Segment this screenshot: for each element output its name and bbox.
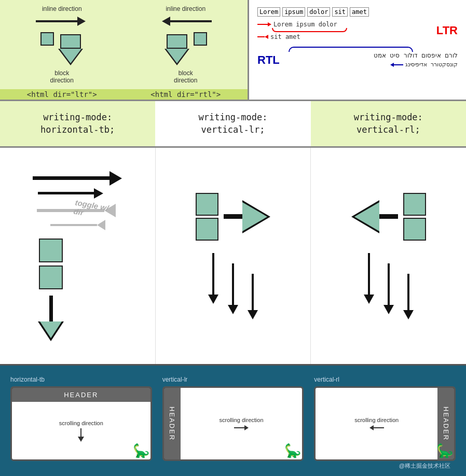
ltr-line2: sit amet xyxy=(270,33,300,40)
word-ipsum: ipsum xyxy=(282,7,305,17)
section2-writing-modes: writing-mode: horizontal-tb; writing-mod… xyxy=(0,101,466,148)
wm-horizontal-tb-label: writing-mode: horizontal-tb; xyxy=(0,101,155,146)
word-amet: amet xyxy=(350,7,369,17)
htb-box2 xyxy=(39,265,63,289)
ltr-rtl-text-demo: Lorem ipsum dolor sit amet Lorem ipsum d… xyxy=(249,0,466,100)
rtl-label: RTL xyxy=(257,53,280,67)
ltr-inline-arrow xyxy=(36,17,88,26)
htb-block-items xyxy=(38,239,64,341)
rtl-text-block: RTL לורם איפסום דולור סיט אמט קונסקטורר … xyxy=(257,47,458,68)
s4-vlr-item: vertical-lr HEADER scrolling direction 🦕 xyxy=(162,376,304,461)
ltr-rtl-diagrams: inline direction blockdirection in xyxy=(0,0,249,100)
s4-htb-scroll-text: scrolling direction xyxy=(59,420,103,426)
s4-vlr-title: vertical-lr xyxy=(162,376,304,383)
ltr-block-arrow xyxy=(58,34,83,65)
word-lorem: Lorem xyxy=(257,7,280,17)
s4-vrl-body: scrolling direction 🦕 xyxy=(316,388,437,459)
monster-vrl: 🦕 xyxy=(436,443,453,458)
word-sit: sit xyxy=(332,7,348,17)
wm-vertical-rl-label: writing-mode: vertical-rl; xyxy=(311,101,466,146)
wm-vertical-lr-label: writing-mode: vertical-lr; xyxy=(155,101,310,146)
s4-vrl-screen: HEADER scrolling direction 🦕 xyxy=(314,386,456,461)
htb-box1 xyxy=(39,239,63,262)
rtl-inline-arrow xyxy=(160,17,212,26)
s4-vrl-title: vertical-rl xyxy=(314,376,456,383)
s4-htb-item: horizontal-tb HEADER scrolling direction… xyxy=(10,376,152,461)
ltr-label: LTR xyxy=(436,24,458,37)
rtl-inline-label: inline direction xyxy=(166,5,205,12)
rtl-code-label: <html dir="rtl"> xyxy=(124,89,248,100)
rtl-block-box1 xyxy=(194,32,207,46)
s4-htb-body: scrolling direction 🦕 xyxy=(12,402,150,459)
watermark: @稀土掘金技术社区 xyxy=(399,462,450,470)
s4-vlr-header: HEADER xyxy=(164,388,181,459)
rtl-block-arrow xyxy=(165,34,189,65)
htb-inline-arrows xyxy=(33,171,122,199)
htb-big-down-arrow xyxy=(38,296,64,341)
s4-vrl-scroll-text: scrolling direction xyxy=(354,417,399,423)
ltr-code-label: <html dir="ltr"> xyxy=(0,89,124,100)
section1-ltr-rtl: inline direction blockdirection in xyxy=(0,0,466,101)
vlr-down-arrows xyxy=(208,253,258,319)
s4-htb-screen: HEADER scrolling direction 🦕 xyxy=(10,386,152,461)
s4-htb-header: HEADER xyxy=(12,388,150,402)
vlr-big-right-arrow xyxy=(196,193,270,241)
rtl-diagram: inline direction blockdirection xyxy=(124,0,248,89)
ltr-line1: Lorem ipsum dolor xyxy=(273,21,337,28)
s4-htb-title: horizontal-tb xyxy=(10,376,152,383)
ltr-inline-label: inline direction xyxy=(42,5,82,12)
s4-vlr-scroll-arrow xyxy=(234,425,249,430)
s4-vrl-scroll-arrow xyxy=(369,425,384,430)
s4-vlr-screen: HEADER scrolling direction 🦕 xyxy=(162,386,304,461)
rtl-block-label: blockdirection xyxy=(174,69,197,84)
section3-diagrams: toggle w/dir xyxy=(0,148,466,366)
section4-scrolling: horizontal-tb HEADER scrolling direction… xyxy=(0,366,466,476)
s3-htb-col: toggle w/dir xyxy=(0,148,156,364)
monster-htb: 🦕 xyxy=(133,443,149,458)
vrl-down-arrows xyxy=(364,253,414,319)
s4-htb-scroll-arrow xyxy=(78,428,84,442)
monster-vlr: 🦕 xyxy=(284,443,301,458)
ltr-block-box1 xyxy=(40,32,54,46)
ltr-block-label: blockdirection xyxy=(50,69,74,84)
rtl-line2: קונסקטורר אדיפיסינג xyxy=(405,61,458,68)
ltr-diagram: inline direction blockdirection xyxy=(0,0,124,89)
htb-toggle-section: toggle w/dir xyxy=(33,204,116,230)
s4-vrl-item: vertical-rl HEADER scrolling direction 🦕 xyxy=(314,376,456,461)
s4-vlr-body: scrolling direction 🦕 xyxy=(181,388,303,459)
vrl-big-left-arrow xyxy=(351,193,426,241)
lorem-boxed-row: Lorem ipsum dolor sit amet xyxy=(257,7,458,17)
rtl-line1: לורם איפסום דולור סיט אמט xyxy=(374,52,458,59)
s4-vlr-scroll-text: scrolling direction xyxy=(220,417,264,423)
word-dolor: dolor xyxy=(307,7,330,17)
ltr-text-block: Lorem ipsum dolor sit amet LTR xyxy=(257,21,458,40)
s3-vlr-col xyxy=(156,148,311,364)
s3-vrl-col xyxy=(311,148,466,364)
